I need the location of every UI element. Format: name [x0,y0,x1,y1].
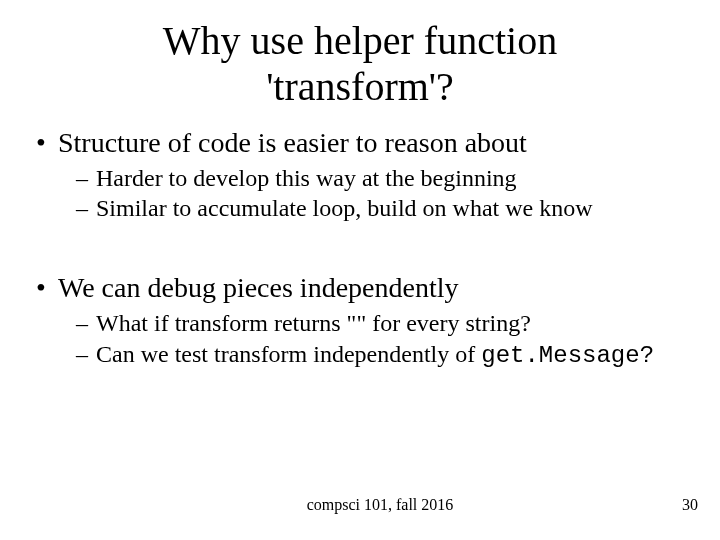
bullet-list: Structure of code is easier to reason ab… [30,126,690,370]
footer-course: compsci 101, fall 2016 [0,496,720,514]
bullet-1-sub-2: Similar to accumulate loop, build on wha… [76,194,690,223]
title-line-2: 'transform'? [266,64,454,109]
bullet-1-sublist: Harder to develop this way at the beginn… [58,164,690,224]
bullet-1-sub-1: Harder to develop this way at the beginn… [76,164,690,193]
bullet-1: Structure of code is easier to reason ab… [30,126,690,223]
bullet-2-sub-1: What if transform returns "" for every s… [76,309,690,338]
slide-title: Why use helper function 'transform'? [0,0,720,110]
slide-content: Structure of code is easier to reason ab… [0,110,720,370]
bullet-2: We can debug pieces independently What i… [30,271,690,370]
code-get-message: get.Message? [481,342,654,369]
title-line-1: Why use helper function [163,18,557,63]
slide-number: 30 [682,496,698,514]
bullet-2-sublist: What if transform returns "" for every s… [58,309,690,371]
bullet-1-sub-1-text: Harder to develop this way at the beginn… [96,165,517,191]
bullet-2-sub-2-text: Can we test transform independently of [96,341,481,367]
bullet-2-text: We can debug pieces independently [58,272,458,303]
bullet-spacer [30,231,690,271]
bullet-1-text: Structure of code is easier to reason ab… [58,127,527,158]
slide: Why use helper function 'transform'? Str… [0,0,720,540]
bullet-2-sub-2: Can we test transform independently of g… [76,340,690,371]
bullet-1-sub-2-text: Similar to accumulate loop, build on wha… [96,195,593,221]
bullet-2-sub-1-text: What if transform returns "" for every s… [96,310,531,336]
